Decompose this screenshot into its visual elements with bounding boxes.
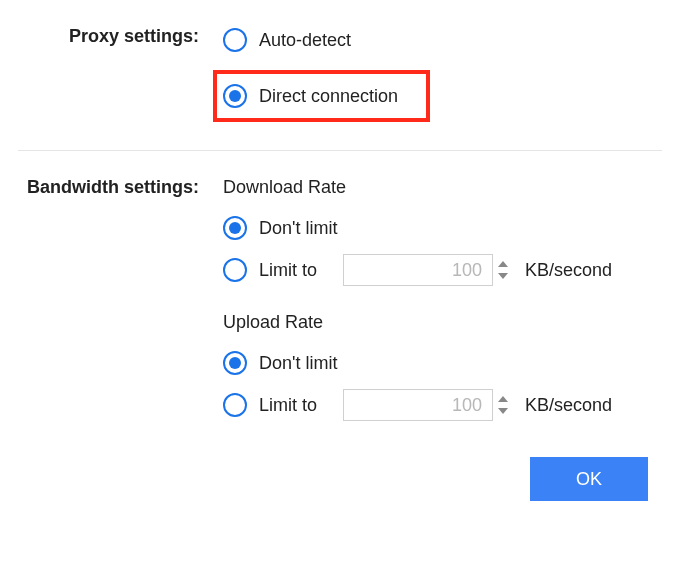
proxy-settings-content: Auto-detect Direct connection bbox=[223, 24, 662, 122]
radio-label: Limit to bbox=[259, 395, 317, 416]
proxy-option-direct-connection[interactable]: Direct connection bbox=[223, 80, 398, 112]
dialog-footer: OK bbox=[18, 457, 662, 501]
download-dont-limit-option[interactable]: Don't limit bbox=[223, 212, 662, 244]
radio-icon bbox=[223, 84, 247, 108]
upload-limit-input[interactable] bbox=[343, 389, 493, 421]
proxy-option-auto-detect[interactable]: Auto-detect bbox=[223, 24, 662, 56]
download-limit-input-wrap: KB/second bbox=[343, 254, 612, 286]
upload-limit-row: Limit to KB/second bbox=[223, 389, 662, 421]
radio-label: Don't limit bbox=[259, 353, 337, 374]
stepper-down-icon[interactable] bbox=[497, 270, 509, 282]
radio-label: Auto-detect bbox=[259, 30, 351, 51]
stepper-down-icon[interactable] bbox=[497, 405, 509, 417]
stepper-up-icon[interactable] bbox=[497, 393, 509, 405]
upload-rate-block: Upload Rate Don't limit Limit to bbox=[223, 312, 662, 421]
download-rate-block: Download Rate Don't limit Limit to bbox=[223, 177, 662, 286]
upload-limit-unit: KB/second bbox=[525, 395, 612, 416]
download-limit-input[interactable] bbox=[343, 254, 493, 286]
bandwidth-settings-content: Download Rate Don't limit Limit to bbox=[223, 175, 662, 447]
proxy-settings-label: Proxy settings: bbox=[18, 24, 223, 47]
upload-limit-to-option[interactable]: Limit to bbox=[223, 389, 317, 421]
stepper-up-icon[interactable] bbox=[497, 258, 509, 270]
download-limit-row: Limit to KB/second bbox=[223, 254, 662, 286]
upload-limit-stepper bbox=[497, 393, 509, 417]
radio-icon bbox=[223, 216, 247, 240]
radio-label: Limit to bbox=[259, 260, 317, 281]
radio-icon bbox=[223, 28, 247, 52]
radio-label: Don't limit bbox=[259, 218, 337, 239]
divider bbox=[18, 150, 662, 151]
ok-button[interactable]: OK bbox=[530, 457, 648, 501]
upload-rate-heading: Upload Rate bbox=[223, 312, 662, 333]
download-rate-heading: Download Rate bbox=[223, 177, 662, 198]
radio-icon bbox=[223, 351, 247, 375]
upload-dont-limit-option[interactable]: Don't limit bbox=[223, 347, 662, 379]
radio-icon bbox=[223, 393, 247, 417]
radio-label: Direct connection bbox=[259, 86, 398, 107]
radio-icon bbox=[223, 258, 247, 282]
proxy-settings-section: Proxy settings: Auto-detect Direct conne… bbox=[18, 24, 662, 122]
download-limit-unit: KB/second bbox=[525, 260, 612, 281]
upload-limit-input-wrap: KB/second bbox=[343, 389, 612, 421]
download-limit-to-option[interactable]: Limit to bbox=[223, 254, 317, 286]
bandwidth-settings-section: Bandwidth settings: Download Rate Don't … bbox=[18, 175, 662, 447]
proxy-option-direct-connection-highlighted: Direct connection bbox=[213, 70, 430, 122]
bandwidth-settings-label: Bandwidth settings: bbox=[18, 175, 223, 198]
download-limit-stepper bbox=[497, 258, 509, 282]
